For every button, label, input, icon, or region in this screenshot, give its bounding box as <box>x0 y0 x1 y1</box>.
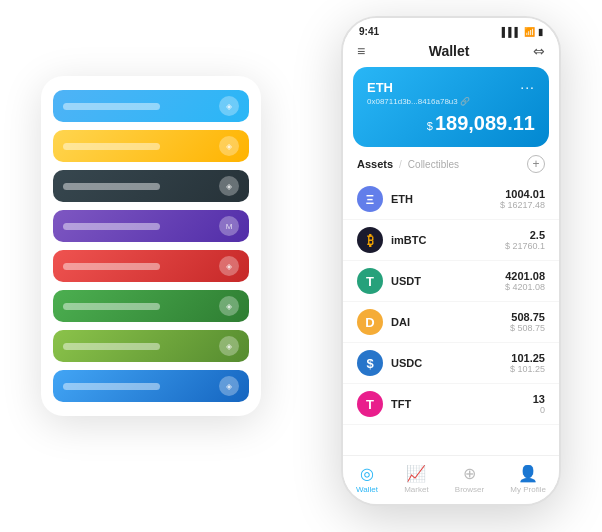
profile-nav-icon: 👤 <box>518 464 538 483</box>
card-line <box>63 223 160 230</box>
status-icons: ▌▌▌ 📶 ▮ <box>502 27 543 37</box>
assets-header: Assets / Collectibles + <box>343 155 559 179</box>
phone-header: ≡ Wallet ⇔ <box>343 41 559 67</box>
header-title: Wallet <box>429 43 470 59</box>
asset-list-item[interactable]: T TFT 13 0 <box>343 384 559 425</box>
asset-usd: $ 101.25 <box>510 364 545 374</box>
eth-card-label: ETH <box>367 80 393 95</box>
browser-nav-icon: ⊕ <box>463 464 476 483</box>
back-card-2: ◈ <box>53 170 249 202</box>
profile-nav-label: My Profile <box>510 485 546 494</box>
asset-list-item[interactable]: T USDT 4201.08 $ 4201.08 <box>343 261 559 302</box>
eth-currency-symbol: $ <box>427 120 433 132</box>
asset-amounts: 1004.01 $ 16217.48 <box>500 188 545 210</box>
menu-icon[interactable]: ≡ <box>357 44 365 58</box>
card-line <box>63 143 160 150</box>
add-asset-button[interactable]: + <box>527 155 545 173</box>
asset-usd: 0 <box>533 405 545 415</box>
eth-card-header: ETH ··· <box>367 79 535 95</box>
asset-name: imBTC <box>391 234 505 246</box>
eth-address: 0x08711d3b...8416a78u3 🔗 <box>367 97 535 106</box>
nav-wallet[interactable]: ◎ Wallet <box>356 464 378 494</box>
eth-card[interactable]: ETH ··· 0x08711d3b...8416a78u3 🔗 $189,08… <box>353 67 549 147</box>
asset-list-item[interactable]: ₿ imBTC 2.5 $ 21760.1 <box>343 220 559 261</box>
asset-icon-usdc: $ <box>357 350 383 376</box>
asset-icon-eth: Ξ <box>357 186 383 212</box>
asset-list-item[interactable]: Ξ ETH 1004.01 $ 16217.48 <box>343 179 559 220</box>
back-card-5: ◈ <box>53 290 249 322</box>
battery-icon: ▮ <box>538 27 543 37</box>
scene: ◈ ◈ ◈ M ◈ ◈ ◈ ◈ 9:41 ▌▌▌ <box>21 16 581 516</box>
asset-amounts: 2.5 $ 21760.1 <box>505 229 545 251</box>
asset-amount: 101.25 <box>510 352 545 364</box>
card-icon: ◈ <box>219 256 239 276</box>
card-icon: ◈ <box>219 376 239 396</box>
signal-icon: ▌▌▌ <box>502 27 521 37</box>
asset-name: USDC <box>391 357 510 369</box>
nav-browser[interactable]: ⊕ Browser <box>455 464 484 494</box>
expand-icon[interactable]: ⇔ <box>533 43 545 59</box>
time: 9:41 <box>359 26 379 37</box>
asset-list-item[interactable]: D DAI 508.75 $ 508.75 <box>343 302 559 343</box>
assets-divider: / <box>399 159 402 170</box>
bottom-nav: ◎ Wallet 📈 Market ⊕ Browser 👤 My Profile <box>343 455 559 504</box>
asset-usd: $ 16217.48 <box>500 200 545 210</box>
eth-balance: $189,089.11 <box>367 112 535 135</box>
card-icon: ◈ <box>219 176 239 196</box>
phone-mockup: 9:41 ▌▌▌ 📶 ▮ ≡ Wallet ⇔ ETH ··· 0x08711d… <box>341 16 561 506</box>
asset-amount: 508.75 <box>510 311 545 323</box>
card-icon: ◈ <box>219 296 239 316</box>
back-card-4: ◈ <box>53 250 249 282</box>
card-icon: M <box>219 216 239 236</box>
asset-amounts: 508.75 $ 508.75 <box>510 311 545 333</box>
back-panel: ◈ ◈ ◈ M ◈ ◈ ◈ ◈ <box>41 76 261 416</box>
wallet-nav-label: Wallet <box>356 485 378 494</box>
wallet-nav-icon: ◎ <box>360 464 374 483</box>
market-nav-label: Market <box>404 485 428 494</box>
asset-icon-usdt: T <box>357 268 383 294</box>
asset-icon-tft: T <box>357 391 383 417</box>
asset-usd: $ 508.75 <box>510 323 545 333</box>
market-nav-icon: 📈 <box>406 464 426 483</box>
card-line <box>63 383 160 390</box>
back-card-6: ◈ <box>53 330 249 362</box>
asset-amount: 4201.08 <box>505 270 545 282</box>
nav-profile[interactable]: 👤 My Profile <box>510 464 546 494</box>
asset-amounts: 4201.08 $ 4201.08 <box>505 270 545 292</box>
browser-nav-label: Browser <box>455 485 484 494</box>
asset-amounts: 13 0 <box>533 393 545 415</box>
asset-usd: $ 4201.08 <box>505 282 545 292</box>
asset-icon-imbtc: ₿ <box>357 227 383 253</box>
card-line <box>63 303 160 310</box>
card-icon: ◈ <box>219 136 239 156</box>
back-card-7: ◈ <box>53 370 249 402</box>
back-card-3: M <box>53 210 249 242</box>
asset-amount: 13 <box>533 393 545 405</box>
asset-list: Ξ ETH 1004.01 $ 16217.48 ₿ imBTC 2.5 $ 2… <box>343 179 559 455</box>
wifi-icon: 📶 <box>524 27 535 37</box>
card-line <box>63 343 160 350</box>
card-icon: ◈ <box>219 336 239 356</box>
asset-name: ETH <box>391 193 500 205</box>
back-card-0: ◈ <box>53 90 249 122</box>
asset-name: TFT <box>391 398 533 410</box>
collectibles-tab[interactable]: Collectibles <box>408 159 459 170</box>
card-icon: ◈ <box>219 96 239 116</box>
assets-tab[interactable]: Assets <box>357 158 393 170</box>
asset-usd: $ 21760.1 <box>505 241 545 251</box>
asset-amounts: 101.25 $ 101.25 <box>510 352 545 374</box>
asset-list-item[interactable]: $ USDC 101.25 $ 101.25 <box>343 343 559 384</box>
asset-icon-dai: D <box>357 309 383 335</box>
asset-name: USDT <box>391 275 505 287</box>
asset-amount: 1004.01 <box>500 188 545 200</box>
eth-card-dots[interactable]: ··· <box>520 79 535 95</box>
assets-tabs: Assets / Collectibles <box>357 158 459 170</box>
card-line <box>63 263 160 270</box>
card-line <box>63 183 160 190</box>
asset-name: DAI <box>391 316 510 328</box>
status-bar: 9:41 ▌▌▌ 📶 ▮ <box>343 18 559 41</box>
card-line <box>63 103 160 110</box>
back-card-1: ◈ <box>53 130 249 162</box>
nav-market[interactable]: 📈 Market <box>404 464 428 494</box>
asset-amount: 2.5 <box>505 229 545 241</box>
